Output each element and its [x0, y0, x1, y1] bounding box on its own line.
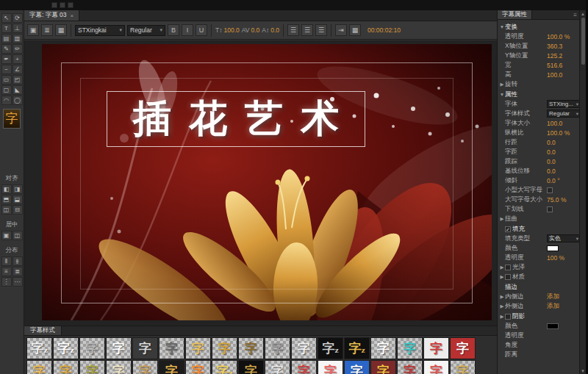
scrollbar-thumb[interactable] [581, 18, 585, 65]
align-hcenter-button[interactable]: ◫ [1, 205, 12, 215]
property-value[interactable]: 360.3 [547, 43, 578, 50]
property-value[interactable] [547, 206, 553, 212]
vertical-type-tool[interactable]: ⊥ [12, 24, 23, 33]
tab-title-styles[interactable]: 字幕样式 [24, 326, 62, 335]
wedge-tool[interactable]: ◣ [12, 85, 23, 95]
show-background-video-button[interactable]: ▦ [349, 24, 361, 36]
distribute-right-button[interactable]: ⫵ [12, 256, 23, 266]
style-swatch[interactable]: 字 [79, 360, 105, 374]
style-swatch[interactable]: 字 [397, 337, 423, 359]
templates-button[interactable]: ▦ [55, 24, 67, 36]
property-row[interactable]: 下划线 [498, 204, 579, 214]
property-row[interactable]: 颜色 [498, 321, 579, 331]
property-row[interactable]: 宽 516.6 [498, 60, 579, 70]
property-row[interactable]: 纵横比 100.0 % [498, 128, 579, 137]
pen-tool[interactable]: ✒ [1, 54, 12, 64]
style-swatch[interactable]: 字z [212, 360, 237, 374]
property-row[interactable]: 距离 [498, 350, 579, 359]
style-swatch[interactable]: 字 [423, 360, 449, 374]
delete-anchor-point-tool[interactable]: − [1, 65, 12, 74]
property-value[interactable]: 100.0 % [547, 129, 578, 137]
convert-anchor-point-tool[interactable]: ∠ [12, 65, 23, 74]
property-value[interactable]: 0.0 [547, 158, 578, 165]
panel-menu-icon[interactable]: ≡ [573, 10, 579, 19]
style-swatch[interactable]: 字 [132, 360, 158, 374]
style-swatch[interactable]: 字 [265, 360, 290, 374]
property-row[interactable]: 字距 0.0 [498, 147, 579, 157]
style-swatch[interactable]: 字 [370, 360, 396, 374]
style-swatch[interactable]: 字 [159, 337, 184, 359]
property-row[interactable]: 高 100.0 [498, 70, 579, 79]
property-row[interactable]: 透明度 100 % [498, 253, 579, 262]
ellipse-tool[interactable]: ◯ [12, 96, 23, 105]
property-value[interactable] [547, 187, 553, 193]
distribute-left-button[interactable]: ⫴ [1, 256, 12, 266]
property-value[interactable]: 0.0 [547, 148, 578, 156]
align-left-button[interactable]: ☰ [287, 24, 299, 36]
property-value[interactable]: 75.0 % [547, 196, 578, 204]
distribute-hspace-button[interactable]: ⋯ [12, 277, 23, 287]
type-tool[interactable]: T [1, 24, 12, 33]
property-row[interactable]: ▼ 属性 [498, 90, 579, 99]
property-value[interactable] [547, 245, 559, 251]
property-row[interactable]: ▶ 内侧边 添加 [498, 292, 579, 301]
property-row[interactable]: 描边 [498, 282, 579, 292]
property-value[interactable]: 添加 [547, 302, 578, 311]
leading-control[interactable]: A↕ 0.0 [262, 26, 279, 34]
style-swatch[interactable]: 字 [318, 360, 343, 374]
font-family-select[interactable]: STXingkai [75, 25, 125, 36]
style-swatch[interactable]: 字z [26, 337, 52, 359]
style-swatch[interactable]: 字z [53, 337, 79, 359]
property-row[interactable]: 倾斜 0.0 ° [498, 176, 579, 185]
kerning-control[interactable]: AV 0.0 [242, 26, 260, 34]
property-row[interactable]: 字体大小 100.0 [498, 118, 579, 128]
underline-button[interactable]: U [196, 24, 207, 36]
property-row[interactable]: X轴位置 360.3 [498, 41, 579, 51]
vertical-area-type-tool[interactable]: ▥ [12, 34, 23, 43]
disclosure-triangle-icon[interactable]: ▶ [499, 303, 505, 309]
property-value[interactable]: 100.0 [547, 120, 578, 127]
style-swatch[interactable]: 字 [370, 337, 396, 359]
property-value[interactable]: 添加 [547, 292, 578, 301]
disclosure-triangle-icon[interactable]: ▼ [499, 92, 505, 97]
add-anchor-point-tool[interactable]: + [12, 54, 23, 64]
tab-stops-button[interactable]: ⇥ [335, 24, 347, 36]
property-row[interactable]: 填充类型 实色 [498, 234, 579, 243]
distribute-hcenter-button[interactable]: ≡ [1, 267, 12, 276]
title-document-tab[interactable]: 字幕: 字幕 03 × [24, 10, 79, 21]
property-value[interactable]: 0.0 ° [547, 177, 578, 184]
clipped-corner-rectangle-tool[interactable]: ◰ [12, 75, 23, 84]
style-swatch[interactable]: 字 [265, 337, 290, 359]
tab-title-properties[interactable]: 字幕属性 [498, 10, 532, 19]
style-swatch[interactable]: 字z [344, 337, 370, 359]
font-preview-swatch[interactable]: 字 [3, 109, 21, 129]
property-checkbox[interactable] [505, 274, 511, 280]
style-swatch[interactable]: 字 [291, 360, 317, 374]
property-row[interactable]: ▶ 外侧边 添加 [498, 301, 579, 311]
scroll-down-icon[interactable]: ▼ [581, 367, 585, 374]
align-top-button[interactable]: ⬒ [1, 195, 12, 204]
align-right-button[interactable]: ◨ [12, 184, 23, 194]
property-row[interactable]: 颜色 [498, 243, 579, 253]
property-row[interactable]: Y轴位置 125.2 [498, 51, 579, 60]
style-swatch[interactable]: 字 [106, 337, 132, 359]
distribute-vspace-button[interactable]: ⋮ [1, 277, 12, 287]
property-value[interactable]: 0.0 [547, 139, 578, 146]
property-row[interactable]: ▼ 变换 [498, 22, 579, 32]
property-row[interactable]: 小型大写字母 [498, 185, 579, 195]
kerning-value[interactable]: 0.0 [251, 26, 259, 34]
property-value[interactable]: 100.0 % [547, 33, 578, 40]
align-right-button[interactable]: ☰ [315, 24, 327, 36]
timecode-display[interactable]: 00:00:02:10 [368, 26, 401, 34]
align-bottom-button[interactable]: ⬓ [12, 195, 23, 204]
align-vcenter-button[interactable]: ⊟ [12, 205, 23, 215]
align-center-button[interactable]: ☰ [301, 24, 313, 36]
style-swatch[interactable]: 字 [291, 337, 317, 359]
style-swatch[interactable]: 字 [397, 360, 423, 374]
property-value[interactable]: 100.0 [547, 71, 578, 79]
style-swatch[interactable]: 字 [185, 360, 211, 374]
property-row[interactable]: 行距 0.0 [498, 137, 579, 147]
style-swatch[interactable]: 字 [106, 360, 132, 374]
disclosure-triangle-icon[interactable]: ▶ [499, 294, 505, 300]
property-row[interactable]: ▶ 阴影 [498, 312, 579, 321]
